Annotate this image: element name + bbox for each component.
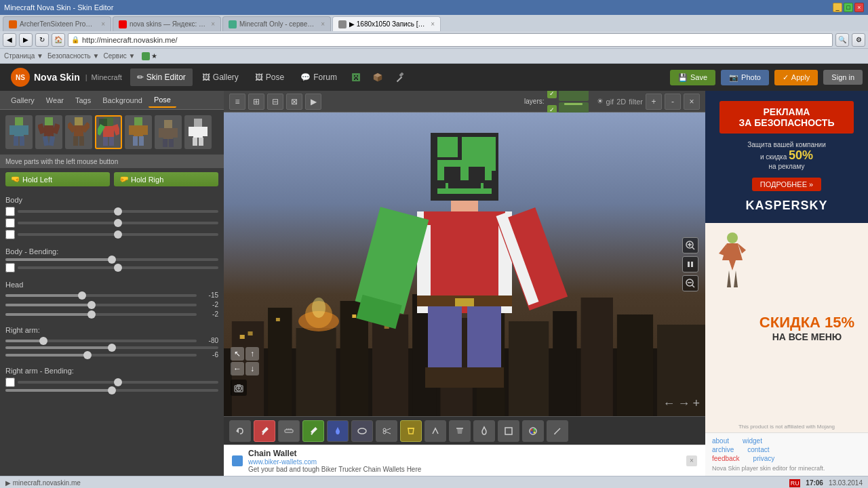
pan-right-btn[interactable]: →	[677, 396, 690, 411]
body-check-1[interactable]	[5, 207, 15, 216]
right-arm-bending-check-1[interactable]	[5, 378, 15, 387]
close-btn[interactable]: ×	[854, 3, 864, 12]
tool-bucket[interactable]	[400, 420, 422, 442]
home-btn[interactable]: 🏠	[52, 33, 65, 47]
save-btn[interactable]: 💾 Save	[670, 70, 715, 85]
nav-wallpaper[interactable]: 🖼 Pose	[248, 68, 291, 86]
toolbar-gif-label[interactable]: gif	[606, 98, 614, 106]
pose-thumb-6[interactable]	[155, 115, 182, 149]
link-archive[interactable]: archive	[712, 446, 734, 453]
tool-pen-outline[interactable]	[425, 420, 446, 442]
nav-icon-3[interactable]	[390, 69, 409, 85]
head-track-2[interactable]	[5, 304, 197, 306]
photo-btn[interactable]: 📷 Photo	[721, 70, 769, 85]
toolbar-cross-btn[interactable]: ⊠	[286, 94, 302, 110]
tab-pose[interactable]: Pose	[149, 93, 176, 108]
toolbar-plus-btn[interactable]: +	[646, 94, 662, 110]
nav-forum[interactable]: 💬 Forum	[294, 68, 344, 86]
link-about[interactable]: about	[712, 437, 729, 445]
minimize-btn[interactable]: _	[833, 3, 842, 12]
body-check-2[interactable]	[5, 218, 15, 228]
tab-3[interactable]: Minecraft Only - сервера май... ×	[222, 16, 331, 31]
zoom-pause-btn[interactable]	[682, 256, 698, 272]
nav-icon-1[interactable]	[347, 69, 366, 85]
toolbar-menu-btn[interactable]: ≡	[229, 94, 245, 110]
tab-4[interactable]: ▶ 1680x1050 Запись [00:05:37] ×	[332, 16, 441, 31]
body-check-3[interactable]	[5, 230, 15, 239]
address-bar[interactable]: 🔒 http://minecraft.novaskin.me/	[68, 33, 833, 47]
pose-thumb-4[interactable]	[95, 115, 122, 149]
bending-track-2[interactable]	[18, 266, 218, 269]
tab-wear[interactable]: Wear	[41, 94, 69, 107]
tab-2[interactable]: nova skins — Яндекс: нашло... ×	[113, 16, 221, 31]
toolbar-times-btn[interactable]: ×	[684, 94, 700, 110]
toolbar-minus2-btn[interactable]: -	[665, 94, 681, 110]
tool-drop[interactable]	[473, 420, 495, 442]
pose-thumb-1[interactable]	[5, 115, 33, 149]
head-track-3[interactable]	[5, 313, 197, 316]
link-contact[interactable]: contact	[747, 446, 769, 453]
toolbar-2d-label[interactable]: 2D	[616, 98, 626, 106]
expand-btn[interactable]: +	[692, 396, 700, 411]
arrow-down[interactable]: ↓	[245, 362, 259, 375]
nav-gallery[interactable]: 🖼 Gallery	[195, 68, 245, 86]
ad-close-btn[interactable]: ×	[686, 455, 697, 466]
signin-btn[interactable]: Sign in	[823, 70, 863, 85]
back-btn[interactable]: ◀	[3, 33, 16, 47]
arrow-left[interactable]: ←	[231, 362, 244, 375]
tab-background[interactable]: Background	[97, 94, 148, 107]
body-track-2[interactable]	[18, 222, 218, 224]
link-privacy[interactable]: privacy	[753, 455, 775, 462]
tool-pen-green[interactable]	[302, 420, 324, 442]
pan-left-btn[interactable]: ←	[663, 396, 675, 411]
tab-gallery[interactable]: Gallery	[5, 94, 40, 107]
zoom-in-btn[interactable]	[682, 237, 698, 253]
tool-palette[interactable]	[522, 420, 544, 442]
right-arm-bending-track-2[interactable]	[5, 389, 218, 392]
tool-square[interactable]	[498, 420, 519, 442]
tool-ellipse[interactable]	[351, 420, 373, 442]
character-svg[interactable]	[342, 126, 587, 416]
nav-skin-editor[interactable]: ✏ Skin Editor	[130, 68, 193, 86]
pose-thumb-3[interactable]	[65, 115, 92, 149]
maximize-btn[interactable]: □	[844, 3, 853, 12]
bending-check-2[interactable]	[5, 263, 15, 272]
zoom-out-btn[interactable]	[682, 275, 698, 291]
right-arm-bending-track-1[interactable]	[18, 381, 218, 384]
toolbar-filter-label[interactable]: filter	[629, 98, 643, 106]
pose-thumb-2[interactable]	[35, 115, 62, 149]
camera-btn[interactable]	[231, 380, 247, 396]
tool-bucket-fill[interactable]	[449, 420, 471, 442]
nav-icon-2[interactable]	[368, 69, 387, 85]
refresh-btn[interactable]: ↻	[35, 33, 49, 47]
tab-tags[interactable]: Tags	[70, 94, 96, 107]
right-arm-track-2[interactable]	[5, 346, 218, 349]
hold-right-btn[interactable]: 🤛 Hold Righ	[114, 172, 218, 186]
search-btn[interactable]: 🔍	[835, 33, 849, 47]
right-arm-track-3[interactable]	[5, 354, 197, 357]
hold-left-btn[interactable]: 🤜 Hold Left	[5, 172, 110, 186]
tool-ruler[interactable]	[278, 420, 300, 442]
tab-1[interactable]: ArcherTenSixteen Prog - YouT... ×	[3, 16, 111, 31]
ad-more-btn[interactable]: ПОДРОБНЕЕ »	[752, 178, 821, 191]
tool-pencil[interactable]	[547, 420, 568, 442]
tool-undo[interactable]	[229, 420, 251, 442]
tool-paint-blue[interactable]	[327, 420, 349, 442]
arrow-up[interactable]: ↑	[245, 347, 259, 361]
right-arm-track-1[interactable]	[5, 340, 197, 342]
layer-check-1[interactable]: ✓	[547, 91, 557, 98]
link-feedback[interactable]: feedback	[712, 455, 740, 462]
body-track-1[interactable]	[18, 210, 218, 213]
toolbar-play-btn[interactable]: ▶	[305, 94, 321, 110]
arrow-up-left[interactable]: ↖	[231, 347, 244, 361]
apply-btn[interactable]: ✓ Apply	[774, 70, 818, 85]
tool-pen-red[interactable]	[254, 420, 275, 442]
settings-btn[interactable]: ⚙	[852, 33, 865, 47]
pose-thumb-7[interactable]	[184, 115, 212, 149]
bookmark-item[interactable]: ★	[139, 50, 160, 62]
forward-btn[interactable]: ▶	[19, 33, 33, 47]
head-track-1[interactable]	[5, 294, 197, 297]
toolbar-grid-btn[interactable]: ⊞	[248, 94, 264, 110]
toolbar-minus-btn[interactable]: ⊟	[267, 94, 283, 110]
bending-track-1[interactable]	[5, 258, 218, 261]
